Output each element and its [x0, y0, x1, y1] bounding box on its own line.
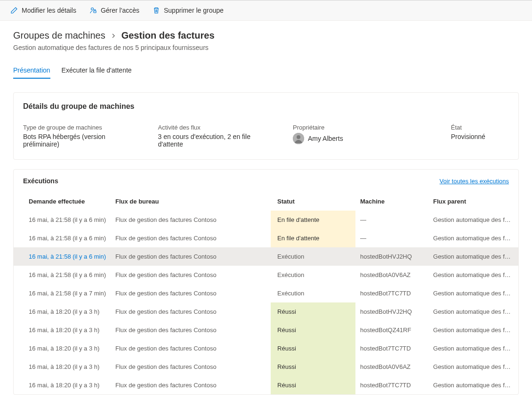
avatar	[293, 133, 304, 144]
cell-parent-flow: Gestion automatique des fact...	[428, 376, 518, 394]
cell-desktop-flow: Flux de gestion des factures Contoso	[111, 229, 271, 247]
cell-requested: 16 mai, à 21:58 (il y a 6 min)	[14, 247, 111, 266]
breadcrumb-current: Gestion des factures	[121, 30, 215, 41]
cell-machine: hostedBot7TC7TD	[355, 339, 428, 358]
table-row[interactable]: 16 mai, à 18:20 (il y a 3 h)Flux de gest…	[14, 321, 518, 339]
page-subtitle: Gestion automatique des factures de nos …	[13, 44, 519, 51]
see-all-executions-link[interactable]: Voir toutes les exécutions	[440, 178, 509, 185]
cell-parent-flow: Gestion automatique des fact...	[428, 266, 518, 284]
detail-state-label: État	[451, 124, 509, 131]
detail-activity-value: 3 en cours d'exécution, 2 en file d'atte…	[158, 133, 274, 148]
cell-requested: 16 mai, à 21:58 (il y a 7 min)	[14, 284, 111, 302]
details-card-title: Détails du groupe de machines	[23, 102, 509, 111]
cell-parent-flow: Gestion automatique des fact...	[428, 302, 518, 321]
cell-parent-flow: Gestion automatique des fact...	[428, 358, 518, 376]
detail-owner: Propriétaire Amy Alberts	[293, 124, 432, 148]
cell-machine: hostedBotQZ41RF	[355, 321, 428, 339]
cell-machine: —	[355, 229, 428, 247]
table-row[interactable]: 16 mai, à 18:20 (il y a 3 h)Flux de gest…	[14, 339, 518, 358]
col-status-header[interactable]: Statut	[271, 192, 355, 211]
detail-owner-value: Amy Alberts	[308, 135, 343, 142]
executions-title: Exécutions	[23, 177, 58, 185]
edit-details-button[interactable]: Modifier les détails	[6, 4, 81, 17]
svg-point-0	[91, 8, 93, 10]
cell-requested: 16 mai, à 18:20 (il y a 3 h)	[14, 302, 111, 321]
col-parent-header[interactable]: Flux parent	[428, 192, 518, 211]
cell-parent-flow: Gestion automatique des fact...	[428, 247, 518, 266]
cell-machine: hostedBotA0V6AZ	[355, 358, 428, 376]
cell-desktop-flow: Flux de gestion des factures Contoso	[111, 321, 271, 339]
cell-machine: —	[355, 211, 428, 229]
cell-requested: 16 mai, à 21:58 (il y a 6 min)	[14, 211, 111, 229]
detail-type-label: Type de groupe de machines	[23, 124, 139, 131]
tabs: Présentation Exécuter la file d'attente	[13, 63, 519, 79]
cell-requested: 16 mai, à 18:20 (il y a 3 h)	[14, 358, 111, 376]
table-row[interactable]: 16 mai, à 21:58 (il y a 6 min)Flux de ge…	[14, 229, 518, 247]
cell-desktop-flow: Flux de gestion des factures Contoso	[111, 358, 271, 376]
detail-state: État Provisionné	[451, 124, 509, 148]
cell-desktop-flow: Flux de gestion des factures Contoso	[111, 376, 271, 394]
col-machine-header[interactable]: Machine	[355, 192, 428, 211]
cell-parent-flow: Gestion automatique des fact...	[428, 339, 518, 358]
detail-activity: Activité des flux 3 en cours d'exécution…	[158, 124, 274, 148]
cell-requested: 16 mai, à 21:58 (il y a 6 min)	[14, 266, 111, 284]
cell-desktop-flow: Flux de gestion des factures Contoso	[111, 266, 271, 284]
cell-parent-flow: Gestion automatique des fact...	[428, 229, 518, 247]
cell-status: Réussi	[271, 376, 355, 394]
manage-access-button[interactable]: Gérer l'accès	[85, 4, 144, 17]
page-content: Groupes de machines Gestion des factures…	[0, 21, 532, 404]
executions-table: Demande effectuée Flux de bureau Statut …	[14, 192, 518, 394]
cell-requested: 16 mai, à 21:58 (il y a 6 min)	[14, 229, 111, 247]
executions-card: Exécutions Voir toutes les exécutions De…	[13, 169, 519, 395]
detail-activity-label: Activité des flux	[158, 124, 274, 131]
cell-status: Réussi	[271, 321, 355, 339]
detail-type: Type de groupe de machines Bots RPA hébe…	[23, 124, 139, 148]
table-row[interactable]: 16 mai, à 21:58 (il y a 6 min)Flux de ge…	[14, 247, 518, 266]
detail-owner-label: Propriétaire	[293, 124, 432, 131]
cell-requested: 16 mai, à 18:20 (il y a 3 h)	[14, 339, 111, 358]
cell-status: En file d'attente	[271, 211, 355, 229]
table-row[interactable]: 16 mai, à 21:58 (il y a 7 min)Flux de ge…	[14, 284, 518, 302]
breadcrumb: Groupes de machines Gestion des factures	[13, 30, 519, 41]
details-card: Détails du groupe de machines Type de gr…	[13, 92, 519, 160]
tab-run-queue[interactable]: Exécuter la file d'attente	[62, 63, 132, 79]
table-header-row: Demande effectuée Flux de bureau Statut …	[14, 192, 518, 211]
svg-point-3	[297, 135, 300, 139]
person-lock-icon	[89, 7, 97, 14]
cell-parent-flow: Gestion automatique des fact...	[428, 284, 518, 302]
cell-status: En file d'attente	[271, 229, 355, 247]
cell-parent-flow: Gestion automatique des fact...	[428, 321, 518, 339]
cell-requested: 16 mai, à 18:20 (il y a 3 h)	[14, 376, 111, 394]
chevron-right-icon	[111, 32, 116, 40]
breadcrumb-parent[interactable]: Groupes de machines	[13, 30, 105, 41]
manage-access-label: Gérer l'accès	[101, 7, 139, 14]
delete-group-label: Supprimer le groupe	[164, 7, 224, 14]
cell-status: Réussi	[271, 302, 355, 321]
cell-machine: hostedBotHVJ2HQ	[355, 247, 428, 266]
cell-status: Exécution	[271, 284, 355, 302]
detail-type-value: Bots RPA hébergés (version préliminaire)	[23, 133, 139, 148]
cell-desktop-flow: Flux de gestion des factures Contoso	[111, 211, 271, 229]
toolbar: Modifier les détails Gérer l'accès Suppr…	[0, 0, 532, 21]
col-requested-header[interactable]: Demande effectuée	[14, 192, 111, 211]
cell-machine: hostedBotHVJ2HQ	[355, 302, 428, 321]
edit-icon	[10, 7, 18, 14]
table-row[interactable]: 16 mai, à 21:58 (il y a 6 min)Flux de ge…	[14, 211, 518, 229]
cell-requested: 16 mai, à 18:20 (il y a 3 h)	[14, 321, 111, 339]
cell-status: Réussi	[271, 358, 355, 376]
tab-overview[interactable]: Présentation	[13, 63, 50, 79]
cell-status: Réussi	[271, 339, 355, 358]
table-row[interactable]: 16 mai, à 21:58 (il y a 6 min)Flux de ge…	[14, 266, 518, 284]
edit-details-label: Modifier les détails	[22, 7, 76, 14]
cell-machine: hostedBot7TC7TD	[355, 284, 428, 302]
cell-status: Exécution	[271, 266, 355, 284]
cell-status: Exécution	[271, 247, 355, 266]
col-flow-header[interactable]: Flux de bureau	[111, 192, 271, 211]
delete-group-button[interactable]: Supprimer le groupe	[148, 4, 228, 17]
cell-machine: hostedBot7TC7TD	[355, 376, 428, 394]
table-row[interactable]: 16 mai, à 18:20 (il y a 3 h)Flux de gest…	[14, 376, 518, 394]
table-row[interactable]: 16 mai, à 18:20 (il y a 3 h)Flux de gest…	[14, 302, 518, 321]
cell-machine: hostedBotA0V6AZ	[355, 266, 428, 284]
detail-state-value: Provisionné	[451, 133, 509, 140]
table-row[interactable]: 16 mai, à 18:20 (il y a 3 h)Flux de gest…	[14, 358, 518, 376]
